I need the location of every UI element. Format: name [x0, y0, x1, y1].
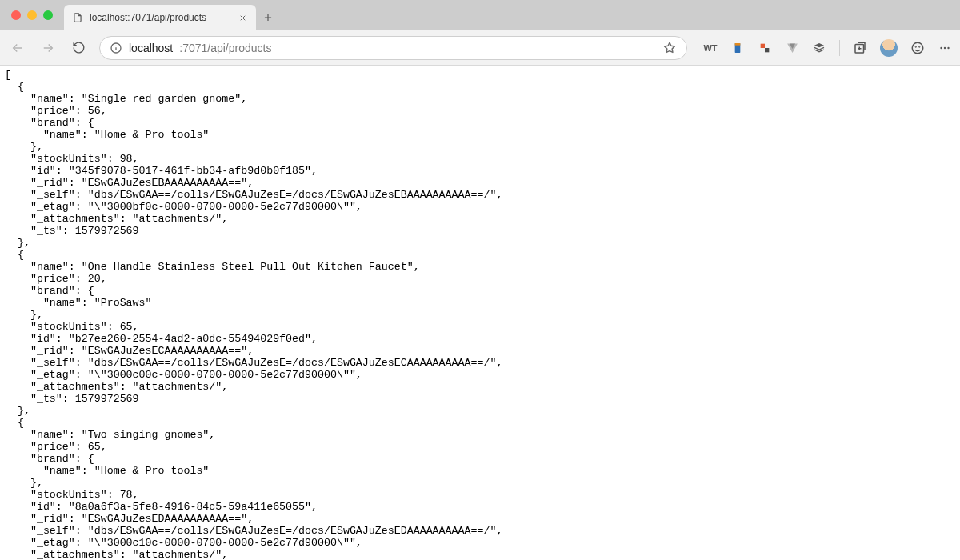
browser-tab[interactable]: localhost:7071/api/products	[64, 5, 256, 30]
svg-point-8	[915, 46, 916, 47]
extensions-area: WT	[698, 39, 952, 57]
extension-wt-icon[interactable]: WT	[703, 41, 718, 55]
svg-point-12	[947, 46, 949, 48]
extension-book-icon[interactable]	[730, 41, 745, 55]
tab-strip: localhost:7071/api/products	[0, 0, 960, 30]
json-response-body: [ { "name": "Single red garden gnome", "…	[0, 66, 960, 560]
svg-rect-4	[761, 43, 765, 47]
back-button[interactable]	[8, 38, 27, 58]
window-zoom-button[interactable]	[43, 10, 53, 20]
tab-title: localhost:7071/api/products	[90, 12, 230, 23]
svg-point-7	[912, 42, 923, 54]
svg-point-11	[944, 46, 946, 48]
collections-button[interactable]	[853, 41, 867, 55]
svg-rect-3	[735, 43, 741, 46]
extension-square-icon[interactable]	[758, 41, 772, 55]
svg-rect-5	[765, 48, 769, 52]
address-host: localhost	[129, 42, 173, 54]
window-controls	[0, 0, 64, 30]
tab-close-button[interactable]	[237, 12, 248, 23]
favorite-star-icon[interactable]	[662, 41, 677, 55]
address-path: :7071/api/products	[179, 42, 271, 54]
site-info-icon[interactable]	[110, 42, 122, 54]
profile-avatar[interactable]	[880, 39, 898, 57]
page-viewport: [ { "name": "Single red garden gnome", "…	[0, 66, 960, 560]
settings-more-button[interactable]	[938, 41, 952, 55]
extension-vue-icon[interactable]	[785, 41, 799, 55]
forward-button[interactable]	[38, 38, 58, 58]
svg-point-10	[940, 46, 942, 48]
address-bar[interactable]: localhost:7071/api/products	[99, 36, 687, 60]
toolbar-separator	[839, 40, 840, 56]
window-close-button[interactable]	[11, 10, 21, 20]
feedback-smiley-icon[interactable]	[910, 41, 925, 55]
extension-buffer-icon[interactable]	[812, 41, 826, 55]
refresh-button[interactable]	[69, 38, 88, 58]
svg-point-9	[919, 46, 920, 47]
window-minimize-button[interactable]	[27, 10, 37, 20]
svg-point-1	[115, 45, 116, 46]
page-icon	[72, 12, 83, 23]
toolbar: localhost:7071/api/products WT	[0, 30, 960, 66]
new-tab-button[interactable]	[256, 5, 280, 30]
